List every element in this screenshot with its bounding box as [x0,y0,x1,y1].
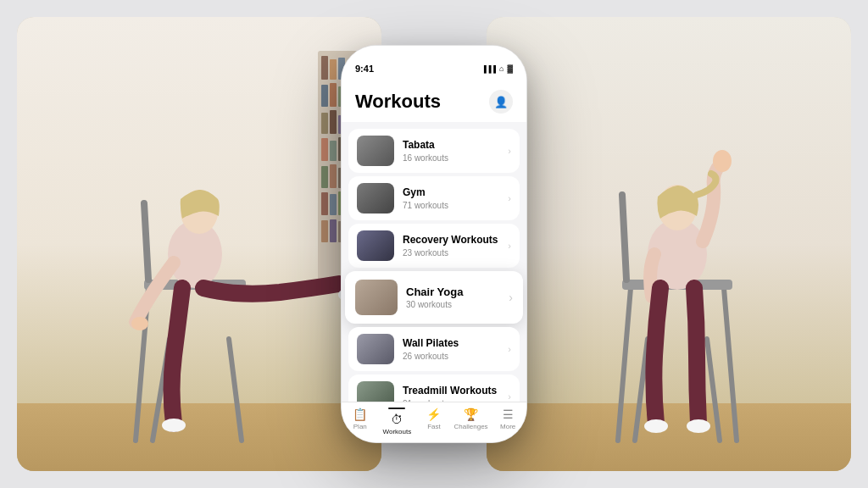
plan-icon: 📋 [353,408,367,421]
workout-item-gym[interactable]: Gym 71 workouts › [348,176,520,220]
chevron-gym: › [508,193,511,203]
workout-count-recovery: 23 workouts [403,248,499,258]
chevron-tabata: › [508,146,511,156]
workout-name-wall-pilates: Wall Pilates [403,337,499,351]
tab-challenges-label: Challenges [454,423,488,430]
workout-name-tabata: Tabata [403,139,499,152]
workout-info-gym: Gym 71 workouts [403,186,499,210]
workout-thumb-chair-yoga [355,280,398,315]
svg-line-1 [229,339,242,441]
workout-thumb-recovery [357,230,394,261]
svg-point-17 [713,150,732,172]
more-icon: ☰ [503,408,514,421]
fast-icon: ⚡ [426,408,441,421]
workout-item-wall-pilates[interactable]: Wall Pilates 26 workouts › [348,327,520,371]
person-icon: 👤 [494,96,508,108]
app-header: Workouts 👤 [342,83,526,122]
scene: 9:41 ▐▐▐ ⌂ ▓ Workouts 👤 [0,0,868,488]
active-tab-indicator [388,408,405,409]
svg-point-7 [162,419,186,432]
left-panel [17,17,381,471]
tab-more-label: More [500,423,515,430]
workout-info-wall-pilates: Wall Pilates 26 workouts [403,337,499,361]
right-panel [487,17,851,471]
workout-thumb-gym [357,183,394,214]
workout-thumb-tabata [357,136,394,166]
status-icons: ▐▐▐ ⌂ ▓ [481,64,513,73]
workout-name-chair-yoga: Chair Yoga [406,286,500,300]
chevron-chair-yoga: › [509,291,513,304]
svg-line-12 [618,288,631,441]
person-right-figure [487,17,851,471]
tab-workouts-label: Workouts [383,428,412,435]
page-title: Workouts [355,91,441,113]
challenges-icon: 🏆 [464,408,478,421]
workout-count-chair-yoga: 30 workouts [406,300,500,309]
workout-name-gym: Gym [403,186,499,200]
workout-name-treadmill: Treadmill Workouts [403,385,499,398]
workout-info-treadmill: Treadmill Workouts 21 workouts [403,385,499,402]
workout-item-recovery[interactable]: Recovery Workouts 23 workouts › [348,224,520,268]
workout-list: Tabata 16 workouts › Gym 71 workouts › [342,122,526,402]
workout-info-recovery: Recovery Workouts 23 workouts [403,234,499,258]
chevron-wall-pilates: › [508,344,511,354]
status-time: 9:41 [355,64,374,74]
svg-point-9 [131,317,148,330]
profile-button[interactable]: 👤 [489,90,513,114]
tab-plan-label: Plan [353,423,367,430]
tab-fast-label: Fast [427,423,441,430]
svg-point-20 [687,419,710,433]
svg-line-13 [724,288,737,441]
workout-name-recovery: Recovery Workouts [403,234,499,247]
phone-screen: 9:41 ▐▐▐ ⌂ ▓ Workouts 👤 [342,46,526,442]
workout-item-tabata[interactable]: Tabata 16 workouts › [348,129,520,173]
svg-line-4 [144,203,148,280]
workout-item-treadmill[interactable]: Treadmill Workouts 21 workouts › [348,374,520,402]
svg-point-19 [644,419,668,433]
tab-challenges[interactable]: 🏆 Challenges [453,408,490,435]
person-left-figure [17,17,381,471]
wifi-icon: ⌂ [499,64,504,73]
workout-count-gym: 71 workouts [403,201,499,210]
workout-item-chair-yoga[interactable]: Chair Yoga 30 workouts › [345,271,523,324]
workouts-icon: ⏱ [391,413,403,426]
tab-bar: 📋 Plan ⏱ Workouts ⚡ Fast 🏆 Challenges [342,402,526,442]
workout-thumb-treadmill [357,381,394,402]
tab-fast[interactable]: ⚡ Fast [415,408,453,435]
workout-info-chair-yoga: Chair Yoga 30 workouts [406,286,500,310]
status-bar: 9:41 ▐▐▐ ⌂ ▓ [342,46,526,83]
battery-icon: ▓ [507,64,513,73]
workout-count-tabata: 16 workouts [403,153,499,163]
workout-thumb-wall-pilates [357,334,394,364]
svg-line-15 [622,195,626,280]
phone: 9:41 ▐▐▐ ⌂ ▓ Workouts 👤 [341,45,527,443]
workout-count-wall-pilates: 26 workouts [403,352,499,361]
workout-info-tabata: Tabata 16 workouts [403,139,499,163]
signal-icon: ▐▐▐ [481,65,496,73]
tab-workouts[interactable]: ⏱ Workouts [379,408,416,435]
chevron-recovery: › [508,241,511,251]
chevron-treadmill: › [508,391,511,402]
